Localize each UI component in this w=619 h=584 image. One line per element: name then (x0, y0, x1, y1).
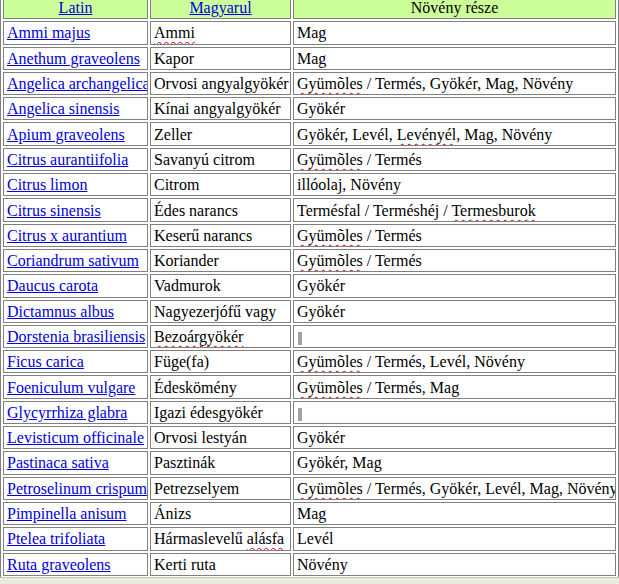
cell-text: Ánizs (154, 505, 191, 522)
latin-link[interactable]: Pimpinella anisum (7, 505, 127, 522)
parts-cell: Gyökér (293, 97, 616, 120)
cell-text: / Termés (363, 227, 422, 244)
cell-text: Gyökér (297, 277, 345, 294)
header-magyarul: Magyarul (150, 0, 291, 19)
parts-cell: Termésfal / Terméshéj / Termesburok (293, 198, 616, 221)
cell-text: Füge(fa) (154, 353, 209, 370)
latin-link[interactable]: Petroselinum crispum (7, 480, 147, 497)
latin-link[interactable]: Angelica archangelica (7, 75, 148, 92)
cell-text: Gyökér (297, 100, 345, 117)
latin-cell: Ptelea trifoliata (3, 527, 148, 550)
header-noveny-resze: Növény része (293, 0, 616, 19)
cell-text: / Termés, Levél, Növény (363, 353, 525, 370)
latin-link[interactable]: Daucus carota (7, 277, 98, 294)
table-row: Citrus limonCitromillóolaj, Növény (3, 173, 616, 196)
latin-link[interactable]: Citrus aurantiifolia (7, 151, 128, 168)
misspelled-word: Gyümõles (297, 75, 363, 92)
cell-text: Termésfal / Terméshéj / (297, 202, 451, 219)
misspelled-word: Levényél (397, 126, 457, 143)
latin-link[interactable]: Ammi majus (7, 24, 90, 41)
latin-link[interactable]: Dorstenia brasiliensis (7, 328, 145, 345)
cell-text: / Termés, Gyökér, Levél, Mag, Növény (363, 480, 616, 497)
magyar-cell: Keserű narancs (150, 224, 291, 247)
latin-link[interactable]: Glycyrrhiza glabra (7, 404, 127, 421)
table-row: Glycyrrhiza glabraIgazi édesgyökér (3, 401, 616, 424)
latin-link[interactable]: Citrus x aurantium (7, 227, 127, 244)
cell-text: Mag (297, 505, 326, 522)
latin-link[interactable]: Foeniculum vulgare (7, 379, 135, 396)
latin-link[interactable]: Apium graveolens (7, 126, 125, 143)
latin-cell: Pastinaca sativa (3, 451, 148, 474)
empty-cell-marker (298, 332, 302, 345)
cell-text: Mag (297, 50, 326, 67)
parts-cell: Gyümõles / Termés (293, 224, 616, 247)
parts-cell: Levél (293, 527, 616, 550)
cell-text: Hármaslevelű (154, 530, 247, 547)
latin-link[interactable]: Citrus sinensis (7, 202, 101, 219)
misspelled-word: Ammi (154, 24, 195, 41)
magyar-cell: Pasztinák (150, 451, 291, 474)
magyar-cell: Kerti ruta (150, 553, 291, 576)
header-latin-link[interactable]: Latin (59, 0, 93, 16)
header-row: Latin Magyarul Növény része (3, 0, 616, 19)
cell-text: Nagyezerjófű vagy (154, 303, 276, 320)
table-row: Ammi majusAmmiMag (3, 21, 616, 44)
parts-cell: Mag (293, 21, 616, 44)
cell-text: Savanyú citrom (154, 151, 255, 168)
table-row: Ruta graveolensKerti rutaNövény (3, 553, 616, 576)
latin-cell: Dorstenia brasiliensis (3, 325, 148, 348)
latin-link[interactable]: Ptelea trifoliata (7, 530, 105, 547)
table-row: Citrus x aurantiumKeserű narancsGyümõles… (3, 224, 616, 247)
latin-cell: Coriandrum sativum (3, 249, 148, 272)
latin-link[interactable]: Dictamnus albus (7, 303, 114, 320)
latin-link[interactable]: Ficus carica (7, 353, 84, 370)
cell-text: Mag (297, 24, 326, 41)
latin-link[interactable]: Angelica sinensis (7, 100, 119, 117)
parts-cell (293, 401, 616, 424)
latin-cell: Anethum graveolens (3, 47, 148, 70)
cell-text: Édeskömény (154, 379, 237, 396)
table-row: Ficus caricaFüge(fa)Gyümõles / Termés, L… (3, 350, 616, 373)
latin-cell: Citrus limon (3, 173, 148, 196)
cell-text: Kapor (154, 50, 194, 67)
latin-link[interactable]: Coriandrum sativum (7, 252, 139, 269)
cell-text: Gyökér (297, 429, 345, 446)
parts-cell (293, 325, 616, 348)
magyar-cell: Citrom (150, 173, 291, 196)
latin-link[interactable]: Citrus limon (7, 176, 87, 193)
latin-cell: Ficus carica (3, 350, 148, 373)
latin-link[interactable]: Levisticum officinale (7, 429, 144, 446)
latin-link[interactable]: Anethum graveolens (7, 50, 140, 67)
table-row: Ptelea trifoliataHármaslevelű alásfaLevé… (3, 527, 616, 550)
misspelled-word: Termesburok (451, 202, 535, 219)
parts-cell: Gyümõles / Termés (293, 148, 616, 171)
parts-cell: Mag (293, 502, 616, 525)
latin-link[interactable]: Ruta graveolens (7, 556, 111, 573)
misspelled-word: Gyümõles (297, 151, 363, 168)
parts-cell: Gyökér, Mag (293, 451, 616, 474)
magyar-cell: Kapor (150, 47, 291, 70)
cell-text: Gyökér (297, 303, 345, 320)
table-row: Apium graveolensZellerGyökér, Levél, Lev… (3, 122, 616, 145)
table-row: Anethum graveolensKaporMag (3, 47, 616, 70)
misspelled-word: Gyümõles (297, 227, 363, 244)
header-latin: Latin (3, 0, 148, 19)
header-magyarul-link[interactable]: Magyarul (189, 0, 251, 16)
magyar-cell: Kínai angyalgyökér (150, 97, 291, 120)
cell-text: / Termés, Mag (363, 379, 459, 396)
latin-cell: Daucus carota (3, 274, 148, 297)
cell-text: Igazi édesgyökér (154, 404, 263, 421)
empty-cell-marker (298, 408, 302, 421)
magyar-cell: Ammi (150, 21, 291, 44)
cell-text: , Mag, Növény (456, 126, 552, 143)
header-noveny-resze-label: Növény része (411, 0, 499, 16)
magyar-cell: Édeskömény (150, 375, 291, 398)
misspelled-word: Gyümõles (297, 353, 363, 370)
latin-link[interactable]: Pastinaca sativa (7, 454, 109, 471)
cell-text: Pasztinák (154, 454, 215, 471)
parts-cell: Gyökér (293, 274, 616, 297)
table-row: Dictamnus albusNagyezerjófű vagyGyökér (3, 300, 616, 323)
misspelled-word: Gyümõles (297, 379, 363, 396)
table-body: Ammi majusAmmiMagAnethum graveolensKapor… (3, 21, 616, 576)
table-row: Citrus sinensisÉdes narancsTermésfal / T… (3, 198, 616, 221)
